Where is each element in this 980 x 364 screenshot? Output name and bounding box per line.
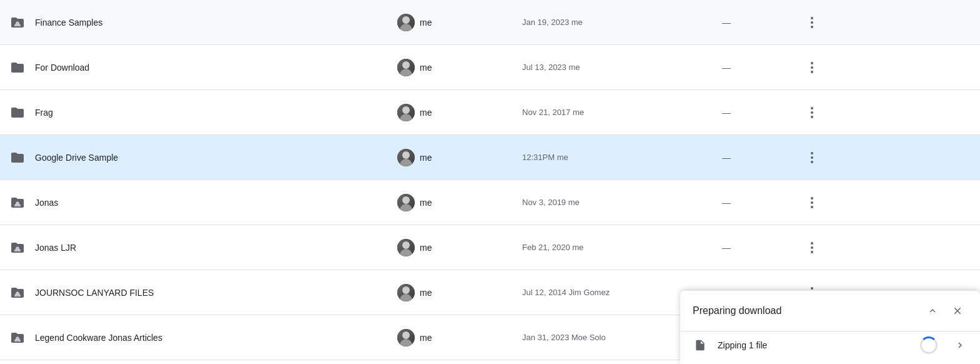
- col-modified-finance-samples: Jan 19, 2023 me: [522, 18, 722, 27]
- file-row-jonas[interactable]: Jonas me Nov 3, 2019 me —: [0, 180, 980, 225]
- folder-icon-frag: [10, 105, 25, 120]
- file-row-frag[interactable]: Frag me Nov 21, 2017 me —: [0, 90, 980, 135]
- col-modified-google-drive-sample: 12:31PM me: [522, 153, 722, 162]
- file-name-google-drive-sample: Google Drive Sample: [35, 153, 118, 163]
- file-row-google-drive-sample[interactable]: Google Drive Sample me 12:31PM me —: [0, 135, 980, 180]
- svg-point-9: [16, 337, 19, 340]
- dot3: [811, 251, 813, 253]
- dot3: [811, 161, 813, 163]
- col-modified-jonas-ljr: Feb 21, 2020 me: [522, 243, 722, 252]
- col-owner-jonas-ljr: me: [397, 239, 522, 256]
- download-title: Preparing download: [693, 305, 781, 316]
- col-size-finance-samples: —: [722, 18, 797, 28]
- col-size-google-drive-sample: —: [722, 153, 797, 163]
- zip-icon: [693, 338, 708, 353]
- col-size-jonas: —: [722, 198, 797, 208]
- dot2: [811, 111, 813, 114]
- file-row-for-download[interactable]: For Download me Jul 13, 2023 me —: [0, 45, 980, 90]
- col-size-frag: —: [722, 108, 797, 118]
- folder-icon-jonas: [10, 195, 25, 210]
- more-menu-btn-jonas[interactable]: [801, 191, 823, 214]
- more-menu-btn-finance-samples[interactable]: [801, 11, 823, 34]
- col-owner-google-drive-sample: me: [397, 149, 522, 166]
- download-header: Preparing download: [680, 291, 980, 331]
- file-row-jonas-ljr[interactable]: Jonas LJR me Feb 21, 2020 me —: [0, 225, 980, 270]
- file-name-frag: Frag: [35, 108, 53, 118]
- dot1: [811, 287, 813, 290]
- owner-text-jonas-ljr: me: [420, 243, 432, 253]
- svg-point-1: [16, 22, 19, 24]
- folder-icon-journsoc-lanyard: [10, 285, 25, 300]
- panel-expand-arrow[interactable]: [953, 338, 968, 353]
- dot1: [811, 242, 813, 245]
- avatar-legend-cookware: [397, 329, 415, 346]
- loading-spinner: [920, 336, 938, 354]
- more-menu-btn-for-download[interactable]: [801, 56, 823, 79]
- close-button[interactable]: [948, 301, 968, 321]
- col-name-jonas: Jonas: [10, 195, 397, 210]
- col-name-legend-cookware: Legend Cookware Jonas Articles: [10, 330, 397, 345]
- more-menu-btn-jonas-ljr[interactable]: [801, 236, 823, 259]
- svg-point-3: [16, 202, 19, 205]
- file-name-journsoc-lanyard: JOURNSOC LANYARD FILES: [35, 288, 154, 298]
- dot2: [811, 246, 813, 249]
- avatar-jonas-ljr: [397, 239, 415, 256]
- dot3: [811, 26, 813, 28]
- col-owner-for-download: me: [397, 59, 522, 76]
- col-menu-google-drive-sample: [797, 146, 827, 169]
- file-name-finance-samples: Finance Samples: [35, 18, 102, 28]
- dot1: [811, 17, 813, 19]
- owner-text-legend-cookware: me: [420, 333, 432, 343]
- folder-icon-legend-cookware: [10, 330, 25, 345]
- file-name-legend-cookware: Legend Cookware Jonas Articles: [35, 333, 162, 343]
- folder-icon-finance-samples: [10, 15, 25, 30]
- col-menu-jonas-ljr: [797, 236, 827, 259]
- owner-text-finance-samples: me: [420, 18, 432, 28]
- col-owner-journsoc-lanyard: me: [397, 284, 522, 301]
- dot2: [811, 201, 813, 204]
- owner-text-journsoc-lanyard: me: [420, 288, 432, 298]
- col-modified-for-download: Jul 13, 2023 me: [522, 63, 722, 72]
- col-name-jonas-ljr: Jonas LJR: [10, 240, 397, 255]
- download-panel: Preparing download Zipping 1 file: [680, 291, 980, 364]
- owner-text-frag: me: [420, 108, 432, 118]
- owner-text-jonas: me: [420, 198, 432, 208]
- collapse-button[interactable]: [923, 301, 943, 321]
- dot2: [811, 156, 813, 159]
- dot3: [811, 206, 813, 208]
- dot2: [811, 66, 813, 69]
- col-name-google-drive-sample: Google Drive Sample: [10, 150, 397, 165]
- col-size-jonas-ljr: —: [722, 243, 797, 253]
- dot3: [811, 71, 813, 73]
- file-name-jonas: Jonas: [35, 198, 58, 208]
- col-name-for-download: For Download: [10, 60, 397, 75]
- owner-text-google-drive-sample: me: [420, 153, 432, 163]
- file-row-finance-samples[interactable]: Finance Samples me Jan 19, 2023 me —: [0, 0, 980, 45]
- avatar-google-drive-sample: [397, 149, 415, 166]
- svg-point-7: [16, 292, 19, 295]
- dot1: [811, 152, 813, 154]
- avatar-journsoc-lanyard: [397, 284, 415, 301]
- dot1: [811, 197, 813, 200]
- svg-point-5: [16, 247, 19, 250]
- dot2: [811, 21, 813, 24]
- more-menu-btn-google-drive-sample[interactable]: [801, 146, 823, 169]
- avatar-for-download: [397, 59, 415, 76]
- file-name-jonas-ljr: Jonas LJR: [35, 243, 76, 253]
- download-body: Zipping 1 file: [680, 331, 980, 364]
- avatar-frag: [397, 104, 415, 121]
- col-owner-legend-cookware: me: [397, 329, 522, 346]
- col-modified-jonas: Nov 3, 2019 me: [522, 198, 722, 207]
- col-name-frag: Frag: [10, 105, 397, 120]
- avatar-jonas: [397, 194, 415, 211]
- file-name-for-download: For Download: [35, 63, 89, 73]
- col-name-finance-samples: Finance Samples: [10, 15, 397, 30]
- col-modified-frag: Nov 21, 2017 me: [522, 108, 722, 117]
- col-menu-frag: [797, 101, 827, 124]
- col-owner-finance-samples: me: [397, 14, 522, 31]
- avatar-finance-samples: [397, 14, 415, 31]
- more-menu-btn-frag[interactable]: [801, 101, 823, 124]
- owner-text-for-download: me: [420, 63, 432, 73]
- folder-icon-google-drive-sample: [10, 150, 25, 165]
- folder-icon-jonas-ljr: [10, 240, 25, 255]
